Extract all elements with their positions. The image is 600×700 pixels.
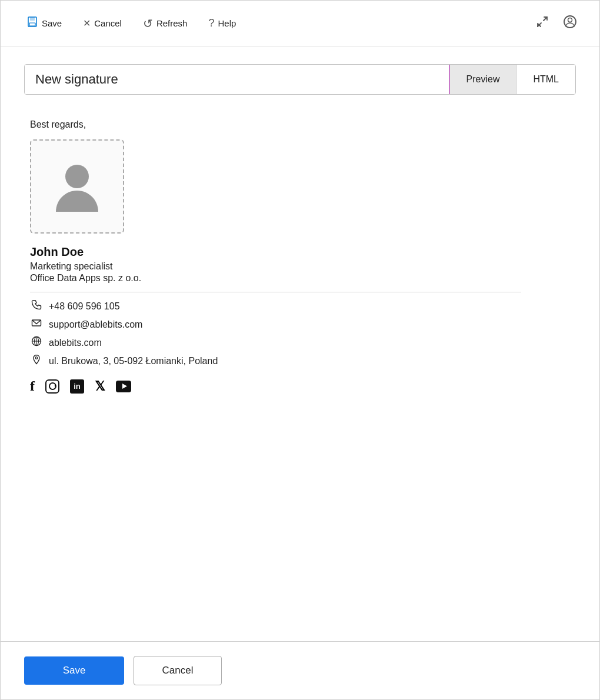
youtube-icon[interactable]	[116, 381, 131, 392]
linkedin-icon[interactable]: in	[70, 379, 84, 394]
cancel-toolbar-button[interactable]: ✕ Cancel	[75, 13, 130, 34]
envelope-icon	[30, 318, 43, 331]
help-toolbar-label: Help	[218, 18, 236, 28]
refresh-toolbar-label: Refresh	[156, 18, 188, 28]
help-icon: ?	[208, 17, 214, 29]
svg-rect-1	[30, 17, 35, 21]
refresh-icon: ↺	[143, 16, 153, 31]
save-icon	[26, 16, 38, 31]
expand-icon	[536, 15, 549, 31]
person-name: John Doe	[30, 245, 576, 259]
account-icon	[563, 18, 577, 31]
cancel-bottom-button[interactable]: Cancel	[134, 656, 222, 685]
pin-icon	[30, 354, 43, 368]
globe-icon	[30, 336, 43, 349]
tab-html-button[interactable]: HTML	[516, 65, 575, 94]
person-icon	[51, 160, 104, 213]
contact-phone: +48 609 596 105	[30, 299, 576, 313]
signature-greeting: Best regards,	[30, 119, 576, 130]
save-bottom-label: Save	[63, 665, 86, 676]
phone-text: +48 609 596 105	[49, 301, 120, 312]
signature-name-bar: Preview HTML	[24, 64, 576, 95]
account-button[interactable]	[558, 10, 582, 36]
person-title: Marketing specialist	[30, 261, 576, 272]
save-toolbar-button[interactable]: Save	[18, 11, 70, 35]
content-area: Preview HTML Best regards, John Doe Mark…	[1, 46, 599, 641]
tab-html-label: HTML	[533, 74, 559, 84]
signature-preview: Best regards, John Doe Marketing special…	[24, 114, 576, 400]
email-text: support@ablebits.com	[49, 319, 142, 330]
svg-marker-14	[122, 384, 127, 389]
signature-avatar-box[interactable]	[30, 139, 124, 234]
tab-preview-label: Preview	[466, 74, 500, 84]
cancel-x-icon: ✕	[83, 18, 91, 29]
signature-divider	[30, 292, 521, 292]
contact-email: support@ablebits.com	[30, 318, 576, 331]
help-toolbar-button[interactable]: ? Help	[200, 12, 244, 34]
save-bottom-button[interactable]: Save	[24, 656, 124, 685]
x-twitter-icon[interactable]: 𝕏	[95, 379, 105, 394]
refresh-toolbar-button[interactable]: ↺ Refresh	[135, 12, 196, 35]
address-text: ul. Brukowa, 3, 05-092 Łomianki, Poland	[49, 356, 218, 366]
company-name: Office Data Apps sp. z o.o.	[30, 273, 576, 284]
website-text: ablebits.com	[49, 338, 102, 348]
contact-website: ablebits.com	[30, 336, 576, 349]
social-icons-row: f in 𝕏	[30, 378, 576, 394]
bottom-bar: Save Cancel	[1, 641, 599, 699]
facebook-icon[interactable]: f	[30, 378, 35, 394]
expand-button[interactable]	[531, 11, 554, 36]
cancel-toolbar-label: Cancel	[94, 18, 122, 28]
tab-preview-button[interactable]: Preview	[449, 65, 516, 94]
phone-icon	[30, 299, 43, 313]
contact-address: ul. Brukowa, 3, 05-092 Łomianki, Poland	[30, 354, 576, 368]
svg-point-7	[65, 165, 89, 188]
cancel-bottom-label: Cancel	[162, 665, 194, 676]
contact-list: +48 609 596 105 support@ablebits.com	[30, 299, 576, 368]
save-toolbar-label: Save	[42, 18, 62, 28]
svg-rect-2	[29, 23, 35, 26]
instagram-icon[interactable]	[45, 379, 59, 394]
signature-name-input[interactable]	[25, 65, 449, 94]
svg-point-6	[568, 18, 572, 22]
svg-point-13	[35, 357, 38, 359]
toolbar: Save ✕ Cancel ↺ Refresh ? Help	[1, 1, 599, 46]
